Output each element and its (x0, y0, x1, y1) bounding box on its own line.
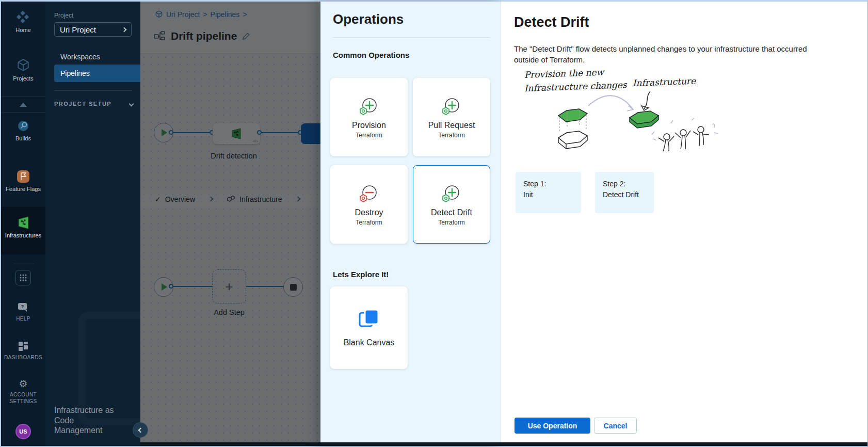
use-operation-button[interactable]: Use Operation (515, 418, 590, 434)
sidebar-item-home[interactable]: Home (1, 10, 45, 33)
sidebar-item-pipelines[interactable]: Pipelines (54, 65, 140, 82)
operation-card-label: Provision (352, 121, 386, 130)
sidebar-divider (54, 90, 132, 91)
sidebar-item-workspaces[interactable]: Workspaces (54, 48, 140, 66)
operations-panel: Operations Common Operations Provision T… (320, 2, 500, 446)
operation-card-label: Detect Drift (431, 208, 472, 217)
illustration-caption: Infrastructure changes (524, 79, 628, 93)
rail-label: HELP (16, 315, 30, 322)
project-label: Project (54, 12, 73, 19)
rail-label: ACCOUNT SETTINGS (7, 391, 39, 405)
operation-cards: Provision Terraform Pull Request Terrafo… (330, 78, 490, 244)
chevron-right-icon (122, 27, 127, 32)
detail-description: The "Detect Drift" flow detects unplanne… (514, 43, 811, 66)
sidebar-item-feature-flags[interactable]: Feature Flags (1, 170, 45, 192)
operation-card-sub: Terraform (438, 132, 464, 139)
infrastructure-icon (17, 216, 30, 230)
sidebar-item-dashboards[interactable]: DASHBOARDS (1, 341, 45, 361)
blank-canvas-card[interactable]: Blank Canvas (330, 286, 408, 369)
illustration-caption: Provision the new (524, 67, 605, 80)
step-name: Detect Drift (603, 189, 654, 200)
svg-text:?: ? (21, 304, 24, 309)
operation-card-sub: Terraform (438, 219, 464, 226)
operation-card-destroy[interactable]: Destroy Terraform (330, 165, 408, 244)
cube-icon (17, 58, 30, 73)
sidebar-item-builds[interactable]: Builds (1, 119, 45, 141)
operation-card-provision[interactable]: Provision Terraform (330, 78, 408, 156)
step-title: Step 2: (603, 179, 654, 189)
step-box-2: Step 2: Detect Drift (595, 172, 654, 213)
pull-request-terraform-icon (440, 96, 463, 119)
step-name: Init (523, 189, 581, 200)
user-avatar[interactable]: US (15, 424, 31, 439)
rail-label: DASHBOARDS (4, 354, 42, 361)
chevron-left-icon (138, 427, 143, 433)
grid-icon (19, 274, 27, 282)
feature-flags-icon (17, 170, 30, 183)
explore-heading: Lets Explore It! (333, 270, 389, 279)
nav-scroll-up[interactable] (1, 96, 45, 113)
operation-card-label: Pull Request (428, 121, 475, 130)
panel-divider (333, 37, 490, 38)
modal-dim-overlay (140, 2, 320, 446)
detect-drift-illustration: Provision the new Infrastructure changes… (515, 67, 721, 162)
pipeline-canvas: Uri Project > Pipelines > Drift pipeline (140, 2, 320, 446)
cancel-button[interactable]: Cancel (594, 418, 637, 434)
sidebar-item-help[interactable]: ? HELP (1, 302, 45, 322)
rail-label: Feature Flags (6, 186, 41, 192)
action-buttons: Use Operation Cancel (515, 418, 637, 434)
chevron-up-icon (20, 103, 27, 107)
rail-label: Infrastructures (5, 232, 41, 238)
app-window: Home Projects Builds Featu (0, 0, 868, 447)
blank-canvas-icon (358, 308, 380, 329)
common-operations-heading: Common Operations (333, 51, 409, 59)
help-chat-icon: ? (18, 302, 29, 313)
sidebar-item-account-settings[interactable]: ⚙ ACCOUNT SETTINGS (1, 379, 45, 405)
detect-drift-terraform-icon (440, 183, 463, 206)
rail-label: Projects (13, 75, 34, 82)
sidebar-item-infrastructures[interactable]: Infrastructures (1, 216, 45, 238)
project-setup-label: PROJECT SETUP (54, 101, 111, 107)
step-box-1: Step 1: Init (516, 172, 581, 213)
illustration-caption: Infrastructure (632, 76, 696, 88)
dashboards-icon (18, 341, 28, 352)
steps-row: Step 1: Init Step 2: Detect Drift (516, 172, 654, 213)
project-setup-section[interactable]: PROJECT SETUP (54, 101, 133, 107)
detect-drift-detail-panel: Detect Drift The "Detect Drift" flow det… (500, 2, 867, 446)
provision-terraform-icon (358, 96, 380, 119)
rail-divider (13, 264, 34, 264)
bottom-window-bar (140, 442, 867, 446)
operations-title: Operations (333, 11, 404, 27)
sidebar-collapse-button[interactable] (133, 422, 148, 438)
destroy-terraform-icon (358, 183, 380, 206)
rail-label: Builds (15, 135, 31, 141)
sidebar-item-projects[interactable]: Projects (1, 58, 45, 82)
harness-logo-icon (16, 10, 30, 24)
builds-icon (17, 119, 30, 133)
project-sidebar: Project Uri Project Workspaces Pipelines… (45, 2, 140, 446)
project-selector-value: Uri Project (60, 25, 96, 34)
operation-card-pull-request[interactable]: Pull Request Terraform (413, 78, 490, 156)
chevron-down-icon (129, 101, 134, 106)
operation-card-label: Destroy (355, 208, 383, 217)
operation-card-sub: Terraform (356, 132, 382, 139)
module-footer-title: Infrastructure as Code Management (54, 405, 115, 436)
operation-card-sub: Terraform (356, 219, 382, 226)
step-title: Step 1: (523, 179, 581, 189)
rail-label: Home (15, 27, 30, 33)
project-selector[interactable]: Uri Project (54, 22, 132, 37)
module-picker-button[interactable] (15, 270, 31, 285)
operation-card-detect-drift[interactable]: Detect Drift Terraform (413, 165, 490, 244)
blank-canvas-label: Blank Canvas (344, 338, 395, 347)
gear-icon: ⚙ (19, 379, 27, 389)
detail-title: Detect Drift (514, 14, 589, 30)
doodle-people (658, 126, 709, 151)
nav-rail: Home Projects Builds Featu (1, 2, 45, 446)
